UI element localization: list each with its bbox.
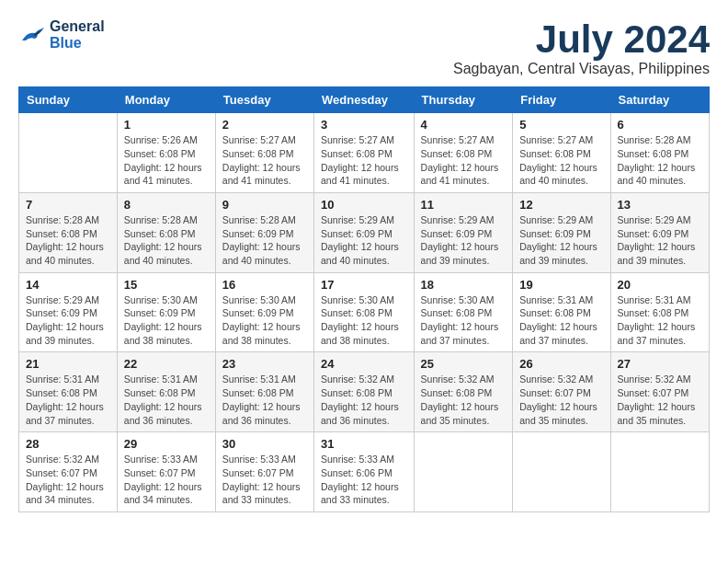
day-info: Sunrise: 5:27 AM Sunset: 6:08 PM Dayligh… (321, 133, 407, 188)
calendar-week-row: 1Sunrise: 5:26 AM Sunset: 6:08 PM Daylig… (19, 113, 710, 193)
title-area: July 2024 Sagbayan, Central Visayas, Phi… (453, 18, 710, 77)
day-number: 9 (222, 198, 307, 212)
calendar-cell: 10Sunrise: 5:29 AM Sunset: 6:09 PM Dayli… (314, 192, 415, 272)
calendar-cell: 3Sunrise: 5:27 AM Sunset: 6:08 PM Daylig… (314, 113, 415, 193)
calendar-cell: 9Sunrise: 5:28 AM Sunset: 6:09 PM Daylig… (215, 192, 313, 272)
calendar-cell: 5Sunrise: 5:27 AM Sunset: 6:08 PM Daylig… (513, 113, 610, 193)
calendar-cell: 30Sunrise: 5:33 AM Sunset: 6:07 PM Dayli… (215, 432, 313, 512)
calendar-cell: 31Sunrise: 5:33 AM Sunset: 6:06 PM Dayli… (314, 432, 415, 512)
calendar-cell: 13Sunrise: 5:29 AM Sunset: 6:09 PM Dayli… (610, 192, 709, 272)
calendar-cell (414, 432, 513, 512)
day-number: 13 (618, 198, 702, 212)
day-info: Sunrise: 5:30 AM Sunset: 6:08 PM Dayligh… (421, 293, 506, 348)
calendar-week-row: 14Sunrise: 5:29 AM Sunset: 6:09 PM Dayli… (19, 272, 710, 352)
day-number: 7 (26, 198, 110, 212)
day-info: Sunrise: 5:29 AM Sunset: 6:09 PM Dayligh… (26, 293, 110, 348)
weekday-header-wednesday: Wednesday (314, 87, 415, 113)
day-number: 17 (321, 278, 407, 292)
day-number: 31 (321, 437, 407, 451)
page-header: General Blue July 2024 Sagbayan, Central… (18, 18, 710, 77)
calendar-cell: 26Sunrise: 5:32 AM Sunset: 6:07 PM Dayli… (513, 352, 610, 432)
calendar-cell: 21Sunrise: 5:31 AM Sunset: 6:08 PM Dayli… (19, 352, 118, 432)
day-number: 25 (421, 357, 506, 371)
day-number: 12 (519, 198, 603, 212)
day-info: Sunrise: 5:30 AM Sunset: 6:08 PM Dayligh… (321, 293, 407, 348)
day-info: Sunrise: 5:27 AM Sunset: 6:08 PM Dayligh… (421, 133, 506, 188)
day-number: 29 (124, 437, 209, 451)
calendar-cell: 4Sunrise: 5:27 AM Sunset: 6:08 PM Daylig… (414, 113, 513, 193)
calendar-week-row: 21Sunrise: 5:31 AM Sunset: 6:08 PM Dayli… (19, 352, 710, 432)
day-info: Sunrise: 5:30 AM Sunset: 6:09 PM Dayligh… (124, 293, 209, 348)
calendar-cell: 25Sunrise: 5:32 AM Sunset: 6:08 PM Dayli… (414, 352, 513, 432)
calendar-cell (513, 432, 610, 512)
calendar-cell: 6Sunrise: 5:28 AM Sunset: 6:08 PM Daylig… (610, 113, 709, 193)
day-number: 27 (618, 357, 702, 371)
day-info: Sunrise: 5:29 AM Sunset: 6:09 PM Dayligh… (321, 213, 407, 268)
weekday-header-sunday: Sunday (19, 87, 118, 113)
day-info: Sunrise: 5:32 AM Sunset: 6:07 PM Dayligh… (519, 373, 603, 427)
calendar-cell: 11Sunrise: 5:29 AM Sunset: 6:09 PM Dayli… (414, 192, 513, 272)
day-info: Sunrise: 5:27 AM Sunset: 6:08 PM Dayligh… (222, 133, 307, 188)
day-info: Sunrise: 5:33 AM Sunset: 6:07 PM Dayligh… (124, 453, 209, 507)
day-info: Sunrise: 5:32 AM Sunset: 6:08 PM Dayligh… (321, 373, 407, 427)
day-info: Sunrise: 5:30 AM Sunset: 6:09 PM Dayligh… (222, 293, 307, 348)
day-number: 8 (124, 198, 209, 212)
day-number: 23 (222, 357, 307, 371)
day-info: Sunrise: 5:32 AM Sunset: 6:07 PM Dayligh… (618, 373, 702, 427)
day-number: 3 (321, 118, 407, 132)
logo: General Blue (18, 18, 105, 51)
day-info: Sunrise: 5:28 AM Sunset: 6:08 PM Dayligh… (26, 213, 110, 268)
weekday-header-tuesday: Tuesday (215, 87, 313, 113)
day-number: 11 (421, 198, 506, 212)
day-number: 1 (124, 118, 209, 132)
day-number: 15 (124, 278, 209, 292)
day-info: Sunrise: 5:31 AM Sunset: 6:08 PM Dayligh… (618, 293, 702, 348)
day-info: Sunrise: 5:28 AM Sunset: 6:08 PM Dayligh… (124, 213, 209, 268)
calendar-cell: 27Sunrise: 5:32 AM Sunset: 6:07 PM Dayli… (610, 352, 709, 432)
logo-text: General Blue (50, 18, 105, 51)
weekday-header-row: SundayMondayTuesdayWednesdayThursdayFrid… (19, 87, 710, 113)
day-number: 19 (519, 278, 603, 292)
day-number: 22 (124, 357, 209, 371)
weekday-header-saturday: Saturday (610, 87, 709, 113)
day-info: Sunrise: 5:31 AM Sunset: 6:08 PM Dayligh… (124, 373, 209, 427)
day-number: 4 (421, 118, 506, 132)
calendar-cell (19, 113, 118, 193)
day-info: Sunrise: 5:32 AM Sunset: 6:08 PM Dayligh… (421, 373, 506, 427)
calendar-cell: 17Sunrise: 5:30 AM Sunset: 6:08 PM Dayli… (314, 272, 415, 352)
day-number: 24 (321, 357, 407, 371)
calendar-week-row: 28Sunrise: 5:32 AM Sunset: 6:07 PM Dayli… (19, 432, 710, 512)
weekday-header-thursday: Thursday (414, 87, 513, 113)
day-info: Sunrise: 5:31 AM Sunset: 6:08 PM Dayligh… (222, 373, 307, 427)
day-info: Sunrise: 5:31 AM Sunset: 6:08 PM Dayligh… (519, 293, 603, 348)
day-info: Sunrise: 5:33 AM Sunset: 6:07 PM Dayligh… (222, 453, 307, 507)
day-info: Sunrise: 5:28 AM Sunset: 6:08 PM Dayligh… (618, 133, 702, 188)
calendar-cell: 1Sunrise: 5:26 AM Sunset: 6:08 PM Daylig… (117, 113, 215, 193)
day-number: 26 (519, 357, 603, 371)
day-number: 20 (618, 278, 702, 292)
day-info: Sunrise: 5:32 AM Sunset: 6:07 PM Dayligh… (26, 453, 110, 507)
day-info: Sunrise: 5:29 AM Sunset: 6:09 PM Dayligh… (519, 213, 603, 268)
day-info: Sunrise: 5:27 AM Sunset: 6:08 PM Dayligh… (519, 133, 603, 188)
weekday-header-friday: Friday (513, 87, 610, 113)
day-number: 5 (519, 118, 603, 132)
calendar-cell: 2Sunrise: 5:27 AM Sunset: 6:08 PM Daylig… (215, 113, 313, 193)
day-info: Sunrise: 5:31 AM Sunset: 6:08 PM Dayligh… (26, 373, 110, 427)
calendar-table: SundayMondayTuesdayWednesdayThursdayFrid… (18, 86, 710, 512)
calendar-cell: 15Sunrise: 5:30 AM Sunset: 6:09 PM Dayli… (117, 272, 215, 352)
day-number: 16 (222, 278, 307, 292)
calendar-cell: 29Sunrise: 5:33 AM Sunset: 6:07 PM Dayli… (117, 432, 215, 512)
calendar-cell: 22Sunrise: 5:31 AM Sunset: 6:08 PM Dayli… (117, 352, 215, 432)
calendar-cell: 23Sunrise: 5:31 AM Sunset: 6:08 PM Dayli… (215, 352, 313, 432)
calendar-cell: 28Sunrise: 5:32 AM Sunset: 6:07 PM Dayli… (19, 432, 118, 512)
calendar-cell (610, 432, 709, 512)
location-title: Sagbayan, Central Visayas, Philippines (453, 61, 710, 77)
day-number: 21 (26, 357, 110, 371)
calendar-cell: 14Sunrise: 5:29 AM Sunset: 6:09 PM Dayli… (19, 272, 118, 352)
day-number: 2 (222, 118, 307, 132)
calendar-cell: 20Sunrise: 5:31 AM Sunset: 6:08 PM Dayli… (610, 272, 709, 352)
day-info: Sunrise: 5:29 AM Sunset: 6:09 PM Dayligh… (421, 213, 506, 268)
day-number: 10 (321, 198, 407, 212)
weekday-header-monday: Monday (117, 87, 215, 113)
calendar-cell: 18Sunrise: 5:30 AM Sunset: 6:08 PM Dayli… (414, 272, 513, 352)
